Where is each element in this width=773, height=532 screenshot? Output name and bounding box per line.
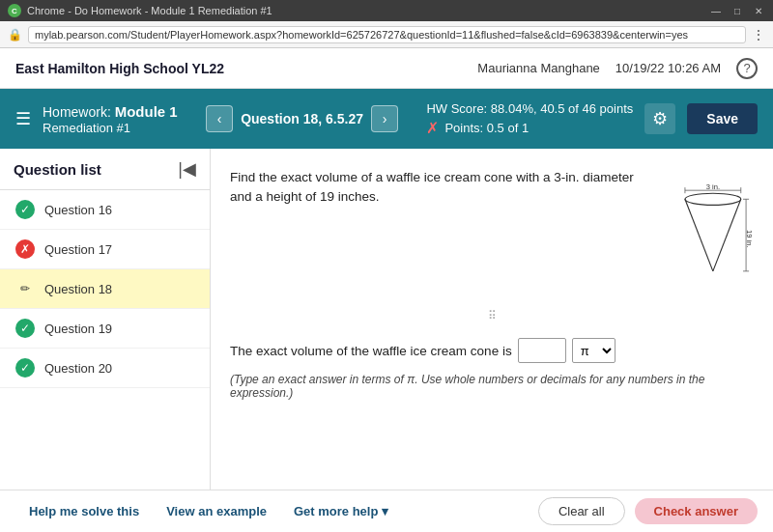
sidebar-question-label: Question 16 [44, 203, 112, 217]
sidebar-item-q17[interactable]: ✗ Question 17 [0, 230, 210, 269]
get-more-help-button[interactable]: Get more help ▾ [280, 496, 402, 526]
next-question-button[interactable]: › [371, 105, 398, 132]
main-content: Question list |◀ ✓ Question 16 ✗ Questio… [0, 149, 773, 490]
question-content: Find the exact volume of a waffle ice cr… [211, 149, 773, 490]
help-me-solve-button[interactable]: Help me solve this [15, 496, 153, 526]
svg-line-1 [685, 199, 713, 271]
share-icon[interactable]: ⋮ [752, 27, 765, 42]
address-bar: 🔒 mylab.pearson.com/Student/PlayerHomewo… [0, 21, 773, 48]
url-bar[interactable]: mylab.pearson.com/Student/PlayerHomework… [28, 26, 746, 43]
svg-line-2 [713, 199, 741, 271]
sidebar-item-q16[interactable]: ✓ Question 16 [0, 190, 210, 230]
status-incorrect-icon: ✗ [15, 239, 35, 259]
svg-text:19 in.: 19 in. [745, 230, 754, 248]
student-name: Maurianna Manghane [477, 61, 599, 75]
question-text-wrap: Find the exact volume of a waffle ice cr… [230, 168, 754, 294]
minimize-button[interactable]: — [709, 4, 723, 17]
homework-label-text: Homework: Module 1 [43, 104, 178, 120]
course-header: ☰ Homework: Module 1 Remediation #1 ‹ Qu… [0, 89, 773, 149]
menu-icon[interactable]: ☰ [15, 108, 31, 129]
view-example-button[interactable]: View an example [153, 496, 280, 526]
sidebar: Question list |◀ ✓ Question 16 ✗ Questio… [0, 149, 211, 490]
points-x-icon: ✗ [426, 119, 439, 137]
answer-hint: (Type an exact answer in terms of π. Use… [230, 373, 754, 400]
datetime: 10/19/22 10:26 AM [616, 61, 721, 75]
sidebar-question-label: Question 17 [44, 242, 112, 257]
bottom-left-actions: Help me solve this View an example Get m… [15, 496, 402, 526]
answer-input[interactable] [518, 338, 566, 363]
remediation-label: Remediation #1 [43, 121, 178, 135]
svg-point-0 [685, 193, 741, 205]
pencil-icon: ✏ [15, 279, 35, 298]
sidebar-question-label: Question 20 [44, 361, 112, 376]
clear-all-button[interactable]: Clear all [538, 497, 625, 525]
tab-title: Chrome - Do Homework - Module 1 Remediat… [27, 5, 709, 16]
question-text: Find the exact volume of a waffle ice cr… [230, 168, 653, 208]
sidebar-item-q18[interactable]: ✏ Question 18 [0, 269, 210, 309]
sidebar-question-label: Question 18 [44, 282, 112, 296]
points-label: Points: 0.5 of 1 [444, 121, 529, 135]
score-area: HW Score: 88.04%, 40.5 of 46 points ✗ Po… [426, 100, 758, 136]
top-header: East Hamilton High School YL22 Maurianna… [0, 48, 773, 89]
window-controls[interactable]: — □ ✕ [709, 4, 765, 17]
maximize-button[interactable]: □ [730, 4, 744, 17]
svg-text:3 in.: 3 in. [706, 182, 720, 191]
status-correct-icon: ✓ [15, 200, 35, 219]
question-label: Question 18, 6.5.27 [241, 111, 363, 126]
hw-score: HW Score: 88.04%, 40.5 of 46 points [426, 100, 633, 118]
school-name: East Hamilton High School YL22 [15, 61, 224, 76]
answer-prefix: The exact volume of the waffle ice cream… [230, 344, 512, 358]
sidebar-question-label: Question 19 [44, 322, 112, 336]
course-left: ☰ Homework: Module 1 Remediation #1 [15, 103, 178, 135]
sidebar-item-q19[interactable]: ✓ Question 19 [0, 309, 210, 349]
title-bar: C Chrome - Do Homework - Module 1 Remedi… [0, 0, 773, 21]
bottom-bar: Help me solve this View an example Get m… [0, 490, 773, 532]
collapse-sidebar-button[interactable]: |◀ [178, 158, 196, 180]
sidebar-header: Question list |◀ [0, 149, 210, 190]
close-button[interactable]: ✕ [752, 4, 765, 17]
browser-favicon: C [8, 4, 21, 17]
points-row: ✗ Points: 0.5 of 1 [426, 119, 633, 137]
header-right: Maurianna Manghane 10/19/22 10:26 AM ? [477, 58, 758, 79]
sidebar-item-q20[interactable]: ✓ Question 20 [0, 349, 210, 388]
lock-icon: 🔒 [8, 28, 22, 42]
sidebar-title: Question list [14, 161, 101, 178]
homework-title: Homework: Module 1 [43, 103, 178, 121]
cone-figure: 3 in. 19 in. [673, 168, 754, 294]
question-nav: ‹ Question 18, 6.5.27 › [206, 105, 398, 132]
prev-question-button[interactable]: ‹ [206, 105, 233, 132]
help-button[interactable]: ? [736, 58, 758, 79]
drag-handle[interactable]: ⠿ [488, 309, 497, 322]
save-button[interactable]: Save [687, 103, 758, 134]
divider-row[interactable]: ⠿ [230, 309, 754, 322]
status-correct-icon: ✓ [15, 358, 35, 378]
check-answer-button[interactable]: Check answer [635, 498, 758, 524]
bottom-right-actions: Clear all Check answer [538, 497, 758, 525]
gear-button[interactable]: ⚙ [644, 103, 675, 134]
status-correct-icon: ✓ [15, 319, 35, 338]
units-dropdown[interactable]: π in² in³ [572, 338, 616, 363]
answer-row: The exact volume of the waffle ice cream… [230, 338, 754, 363]
